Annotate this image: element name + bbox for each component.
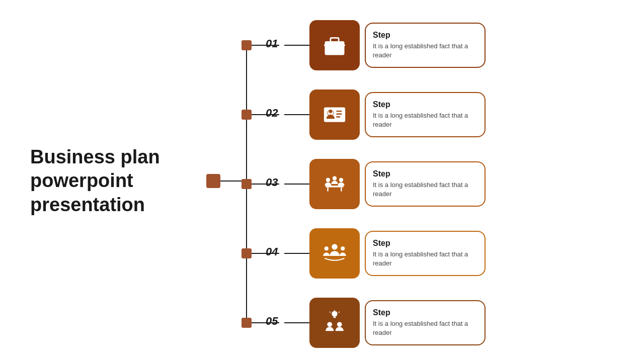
text-card-5: Step It is a long established fact that … — [365, 300, 486, 345]
svg-point-15 — [332, 244, 337, 249]
team-icon — [321, 240, 348, 266]
h-line-to-icon-2 — [284, 114, 309, 115]
svg-point-12 — [326, 178, 330, 182]
spine-node-4 — [242, 248, 252, 258]
idea-team-icon — [321, 310, 348, 336]
svg-rect-6 — [336, 116, 340, 117]
center-connector — [206, 174, 220, 188]
tree-container: 01 Step It is a long established fact th… — [191, 5, 644, 357]
spine-node-1 — [242, 40, 252, 50]
h-line-to-icon-5 — [284, 322, 309, 323]
svg-rect-1 — [324, 44, 345, 46]
id-card-icon — [321, 102, 348, 128]
svg-point-13 — [339, 178, 343, 182]
card-title-2: Step — [373, 100, 477, 109]
text-card-3: Step It is a long established fact that … — [365, 161, 486, 207]
svg-rect-4 — [336, 111, 342, 112]
text-card-1: Step It is a long established fact that … — [365, 23, 486, 68]
meeting-icon — [321, 171, 348, 197]
icon-box-5 — [309, 298, 360, 348]
spine-node-2 — [242, 110, 252, 120]
svg-line-22 — [330, 312, 331, 313]
h-line-to-icon-1 — [284, 45, 309, 46]
svg-rect-10 — [327, 188, 328, 192]
svg-point-8 — [329, 110, 333, 113]
text-card-2: Step It is a long established fact that … — [365, 92, 486, 137]
page-container: Business plan powerpoint presentation 01 — [0, 0, 644, 362]
icon-box-3 — [309, 159, 360, 209]
svg-point-17 — [341, 246, 345, 250]
icon-box-4 — [309, 228, 360, 279]
card-body-4: It is a long established fact that a rea… — [373, 250, 477, 268]
svg-rect-11 — [341, 188, 342, 192]
left-section: Business plan powerpoint presentation — [0, 145, 191, 217]
card-title-3: Step — [373, 169, 477, 178]
card-body-3: It is a long established fact that a rea… — [373, 180, 477, 199]
svg-point-18 — [332, 311, 337, 316]
icon-box-2 — [309, 89, 360, 140]
step-number-3: 03 — [266, 176, 278, 189]
spine-node-3 — [242, 179, 252, 189]
page-title: Business plan powerpoint presentation — [30, 145, 191, 217]
card-title-1: Step — [373, 31, 477, 40]
h-line-to-icon-4 — [284, 253, 309, 254]
right-section: 01 Step It is a long established fact th… — [191, 0, 644, 362]
svg-rect-5 — [336, 114, 342, 115]
step-number-2: 02 — [266, 107, 278, 120]
card-title-5: Step — [373, 308, 477, 317]
svg-point-24 — [337, 322, 342, 327]
svg-rect-9 — [326, 186, 344, 187]
svg-rect-19 — [334, 317, 336, 318]
h-line-to-icon-3 — [284, 184, 309, 185]
svg-line-21 — [339, 312, 340, 313]
card-body-1: It is a long established fact that a rea… — [373, 42, 477, 60]
svg-point-14 — [333, 176, 337, 180]
step-number-1: 01 — [266, 37, 278, 50]
svg-rect-0 — [325, 41, 345, 55]
step-number-4: 04 — [266, 245, 278, 258]
icon-box-1 — [309, 20, 360, 70]
svg-rect-2 — [324, 107, 345, 122]
svg-point-23 — [327, 322, 332, 327]
card-body-5: It is a long established fact that a rea… — [373, 319, 477, 337]
text-card-4: Step It is a long established fact that … — [365, 231, 486, 276]
step-number-5: 05 — [266, 315, 278, 328]
card-title-4: Step — [373, 239, 477, 248]
briefcase-icon — [321, 32, 348, 58]
svg-point-16 — [325, 246, 329, 250]
spine-node-5 — [242, 318, 252, 328]
card-body-2: It is a long established fact that a rea… — [373, 111, 477, 129]
